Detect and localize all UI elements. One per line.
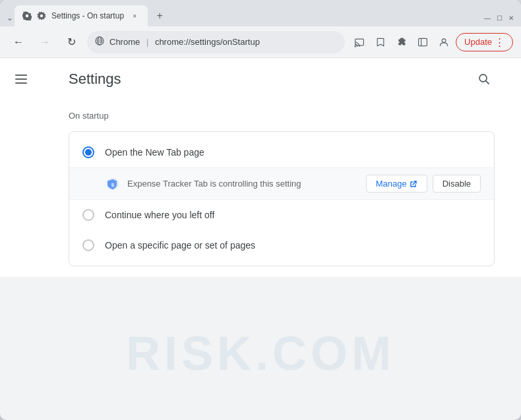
- tab-favicon-gear: [37, 11, 46, 20]
- browser-label: Chrome: [109, 37, 140, 47]
- section-title: On startup: [69, 111, 495, 121]
- page-content: Settings On startup: [0, 58, 521, 277]
- settings-title: Settings: [69, 71, 121, 88]
- option-continue-where[interactable]: Continue where you left off: [69, 200, 494, 230]
- forward-button[interactable]: →: [34, 32, 55, 53]
- update-menu-dots: ⋮: [495, 36, 505, 48]
- svg-rect-12: [15, 78, 27, 80]
- active-tab[interactable]: Settings - On startup ×: [15, 5, 148, 26]
- option-open-specific-label: Open a specific page or set of pages: [105, 240, 255, 251]
- profile-button[interactable]: [435, 33, 453, 51]
- browser-window: ⌄ Settings - On startup × + — ☐ ✕ ←: [0, 0, 521, 420]
- manage-label: Manage: [376, 179, 407, 189]
- tab-strip: ⌄ Settings - On startup × +: [5, 0, 477, 26]
- profile-icon: [439, 37, 449, 47]
- globe-icon: [95, 36, 104, 45]
- window-controls: — ☐ ✕: [483, 13, 516, 22]
- nav-bar: ← → ↻ Chrome | chrome://settings/onStart…: [0, 26, 521, 58]
- svg-text:$: $: [111, 181, 115, 187]
- option-open-specific[interactable]: Open a specific page or set of pages: [69, 230, 494, 260]
- cast-button[interactable]: [350, 33, 369, 51]
- extension-text: Expense Tracker Tab is controlling this …: [127, 179, 358, 189]
- radio-open-new-tab[interactable]: [82, 146, 94, 158]
- extension-info-row: $ Expense Tracker Tab is controlling thi…: [69, 167, 494, 200]
- title-bar: ⌄ Settings - On startup × + — ☐ ✕: [0, 0, 521, 26]
- radio-inner-selected: [85, 149, 92, 156]
- nav-icons: Update ⋮: [350, 33, 513, 51]
- address-url: chrome://settings/onStartup: [155, 37, 260, 47]
- puzzle-icon: [396, 37, 407, 47]
- manage-button[interactable]: Manage: [366, 175, 427, 193]
- sidebar-toggle-area: [0, 58, 42, 277]
- extension-actions: Manage Disable: [366, 175, 481, 193]
- settings-main: Settings On startup: [42, 58, 521, 277]
- tab-close-button[interactable]: ×: [129, 11, 140, 21]
- settings-layout: Settings On startup: [0, 58, 521, 277]
- search-icon: [478, 73, 490, 85]
- back-button[interactable]: ←: [8, 32, 29, 53]
- page-wrapper: Settings On startup: [0, 58, 521, 420]
- option-open-new-tab[interactable]: Open the New Tab page: [69, 137, 494, 167]
- cast-icon: [354, 37, 365, 47]
- close-button[interactable]: ✕: [506, 13, 516, 22]
- browser-name-label: Chrome | chrome://settings/onStartup: [109, 37, 337, 47]
- extensions-button[interactable]: [392, 33, 411, 51]
- tab-title: Settings - On startup: [51, 11, 124, 20]
- svg-rect-11: [15, 75, 27, 76]
- tab-favicon-icon: [22, 11, 32, 20]
- external-link-icon: [410, 180, 417, 188]
- reload-button[interactable]: ↻: [61, 32, 82, 53]
- tab-list-chevron[interactable]: ⌄: [5, 13, 15, 22]
- startup-options-card: Open the New Tab page $ Expense Tracker …: [69, 131, 495, 266]
- maximize-button[interactable]: ☐: [495, 13, 504, 22]
- disable-button[interactable]: Disable: [433, 175, 481, 193]
- svg-point-0: [26, 15, 28, 17]
- sidebar-button[interactable]: [414, 33, 432, 51]
- address-separator: |: [146, 37, 148, 47]
- svg-rect-13: [15, 82, 27, 84]
- svg-point-10: [442, 38, 446, 42]
- settings-header: Settings: [69, 69, 495, 90]
- radio-continue-where[interactable]: [82, 209, 94, 221]
- bookmark-icon: [375, 37, 386, 47]
- watermark: RISK.COM: [126, 326, 395, 380]
- radio-open-specific[interactable]: [82, 239, 94, 251]
- new-tab-button[interactable]: +: [150, 7, 169, 25]
- address-bar[interactable]: Chrome | chrome://settings/onStartup: [87, 31, 345, 53]
- search-settings-button[interactable]: [474, 69, 495, 90]
- update-button[interactable]: Update ⋮: [456, 33, 513, 51]
- minimize-button[interactable]: —: [483, 13, 492, 22]
- bookmark-button[interactable]: [371, 33, 390, 51]
- sidebar-icon: [417, 37, 428, 47]
- hamburger-icon: [15, 73, 27, 85]
- hamburger-button[interactable]: [11, 69, 32, 90]
- update-label: Update: [464, 37, 492, 47]
- option-continue-where-label: Continue where you left off: [105, 210, 214, 220]
- extension-icon: $: [106, 177, 119, 191]
- option-open-new-tab-label: Open the New Tab page: [105, 147, 204, 158]
- secure-icon: [95, 36, 104, 47]
- svg-rect-8: [419, 38, 427, 45]
- svg-line-15: [486, 81, 489, 84]
- svg-point-7: [354, 45, 355, 47]
